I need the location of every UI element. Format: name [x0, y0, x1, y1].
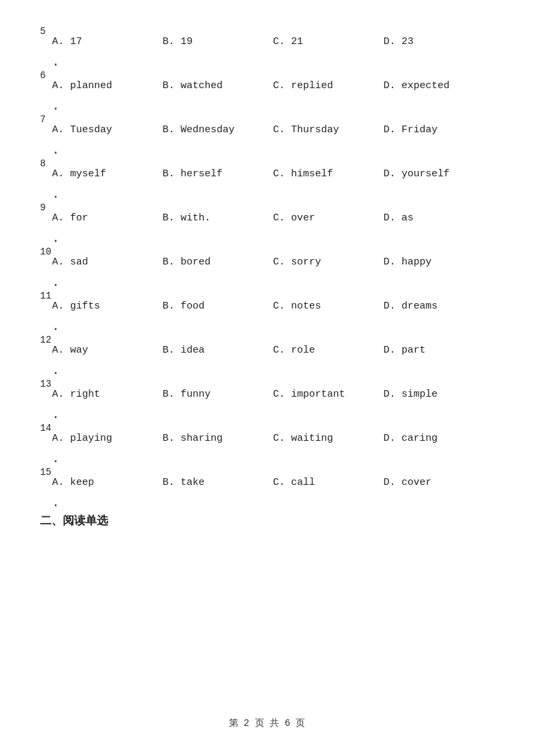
option-d[interactable]: D. simple [384, 389, 495, 400]
option-b[interactable]: B. sharing [163, 433, 274, 444]
question-block: 10A. sadB. boredC. sorryD. happy. [40, 247, 494, 286]
question-block: 12A. wayB. ideaC. roleD. part. [40, 335, 494, 374]
question-block: 7A. TuesdayB. WednesdayC. ThursdayD. Fri… [40, 115, 494, 154]
dot-decoration: . [40, 412, 494, 418]
question-row: 12A. wayB. ideaC. roleD. part [40, 335, 494, 356]
question-row: 8A. myselfB. herselfC. himselfD. yoursel… [40, 159, 494, 180]
options-row: A. sadB. boredC. sorryD. happy [40, 247, 494, 268]
question-row: 5A. 17B. 19C. 21D. 23 [40, 27, 494, 47]
option-c[interactable]: C. sorry [273, 256, 384, 268]
dot-decoration: . [40, 104, 494, 110]
dot-decoration: . [40, 500, 494, 506]
option-b[interactable]: B. watched [163, 80, 274, 91]
option-b[interactable]: B. take [163, 477, 274, 488]
option-d[interactable]: D. yourself [384, 168, 495, 180]
question-number: 9 [40, 203, 45, 212]
option-b[interactable]: B. funny [163, 389, 274, 400]
section-title: 二、阅读单选 [40, 513, 494, 528]
question-block: 9A. forB. with.C. overD. as. [40, 203, 494, 242]
option-d[interactable]: D. cover [384, 477, 495, 488]
option-b[interactable]: B. 19 [163, 36, 274, 47]
option-d[interactable]: D. as [384, 212, 495, 224]
question-number: 15 [40, 467, 51, 477]
option-c[interactable]: C. Thursday [273, 124, 384, 136]
option-a[interactable]: A. myself [52, 168, 163, 180]
question-number: 5 [40, 27, 45, 36]
option-b[interactable]: B. food [163, 301, 274, 312]
question-block: 13A. rightB. funnyC. importantD. simple. [40, 379, 494, 418]
option-a[interactable]: A. way [52, 345, 163, 356]
question-number: 6 [40, 71, 45, 80]
question-row: 7A. TuesdayB. WednesdayC. ThursdayD. Fri… [40, 115, 494, 136]
option-a[interactable]: A. for [52, 212, 163, 224]
option-c[interactable]: C. notes [273, 301, 384, 312]
dot-decoration: . [40, 192, 494, 198]
question-block: 5A. 17B. 19C. 21D. 23. [40, 27, 494, 65]
dot-decoration: . [40, 324, 494, 330]
question-block: 14A. playingB. sharingC. waitingD. carin… [40, 423, 494, 462]
page-footer: 第 2 页 共 6 页 [0, 717, 534, 729]
option-b[interactable]: B. with. [163, 212, 274, 224]
question-number: 14 [40, 423, 51, 433]
question-block: 6A. plannedB. watchedC. repliedD. expect… [40, 71, 494, 110]
option-b[interactable]: B. Wednesday [163, 124, 274, 136]
question-row: 9A. forB. with.C. overD. as [40, 203, 494, 224]
option-d[interactable]: D. happy [384, 256, 495, 268]
options-row: A. keepB. takeC. callD. cover [40, 467, 494, 488]
question-block: 11A. giftsB. foodC. notesD. dreams. [40, 291, 494, 330]
question-row: 14A. playingB. sharingC. waitingD. carin… [40, 423, 494, 444]
option-a[interactable]: A. playing [52, 433, 163, 444]
option-a[interactable]: A. 17 [52, 36, 163, 47]
option-d[interactable]: D. dreams [384, 301, 495, 312]
option-d[interactable]: D. caring [384, 433, 495, 444]
question-block: 8A. myselfB. herselfC. himselfD. yoursel… [40, 159, 494, 198]
question-number: 10 [40, 247, 51, 256]
page-content: 5A. 17B. 19C. 21D. 23.6A. plannedB. watc… [0, 0, 534, 575]
options-row: A. plannedB. watchedC. repliedD. expecte… [40, 71, 494, 91]
option-a[interactable]: A. keep [52, 477, 163, 488]
questions-container: 5A. 17B. 19C. 21D. 23.6A. plannedB. watc… [40, 27, 494, 506]
option-c[interactable]: C. 21 [273, 36, 384, 47]
option-a[interactable]: A. right [52, 389, 163, 400]
question-row: 13A. rightB. funnyC. importantD. simple [40, 379, 494, 400]
options-row: A. rightB. funnyC. importantD. simple [40, 379, 494, 400]
option-a[interactable]: A. sad [52, 256, 163, 268]
question-number: 11 [40, 291, 51, 301]
option-a[interactable]: A. planned [52, 80, 163, 91]
option-d[interactable]: D. 23 [384, 36, 495, 47]
question-row: 11A. giftsB. foodC. notesD. dreams [40, 291, 494, 312]
options-row: A. playingB. sharingC. waitingD. caring [40, 423, 494, 444]
question-number: 13 [40, 379, 51, 389]
dot-decoration: . [40, 280, 494, 286]
option-d[interactable]: D. part [384, 345, 495, 356]
option-c[interactable]: C. over [273, 212, 384, 224]
dot-decoration: . [40, 148, 494, 154]
option-c[interactable]: C. important [273, 389, 384, 400]
question-number: 8 [40, 159, 45, 168]
option-d[interactable]: D. Friday [384, 124, 495, 136]
dot-decoration: . [40, 368, 494, 374]
question-number: 7 [40, 115, 45, 124]
options-row: A. myselfB. herselfC. himselfD. yourself [40, 159, 494, 180]
dot-decoration: . [40, 456, 494, 462]
question-number: 12 [40, 335, 51, 345]
dot-decoration: . [40, 59, 494, 65]
option-c[interactable]: C. replied [273, 80, 384, 91]
question-block: 15A. keepB. takeC. callD. cover. [40, 467, 494, 506]
option-b[interactable]: B. herself [163, 168, 274, 180]
options-row: A. TuesdayB. WednesdayC. ThursdayD. Frid… [40, 115, 494, 136]
option-d[interactable]: D. expected [384, 80, 495, 91]
option-c[interactable]: C. waiting [273, 433, 384, 444]
option-b[interactable]: B. bored [163, 256, 274, 268]
option-b[interactable]: B. idea [163, 345, 274, 356]
option-a[interactable]: A. Tuesday [52, 124, 163, 136]
options-row: A. 17B. 19C. 21D. 23 [40, 27, 494, 47]
options-row: A. giftsB. foodC. notesD. dreams [40, 291, 494, 312]
option-c[interactable]: C. role [273, 345, 384, 356]
option-c[interactable]: C. himself [273, 168, 384, 180]
options-row: A. forB. with.C. overD. as [40, 203, 494, 224]
option-c[interactable]: C. call [273, 477, 384, 488]
options-row: A. wayB. ideaC. roleD. part [40, 335, 494, 356]
option-a[interactable]: A. gifts [52, 301, 163, 312]
question-row: 10A. sadB. boredC. sorryD. happy [40, 247, 494, 268]
